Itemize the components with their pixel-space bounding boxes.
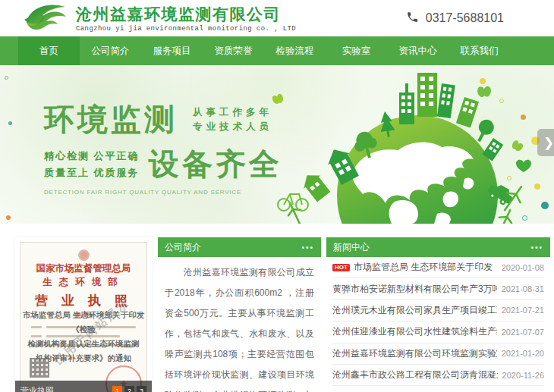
carousel-page-2[interactable]: 2	[124, 386, 134, 392]
license-issuer-line2: 生态环境部	[20, 276, 146, 289]
hero-banner: 环境监测 从事工作多年 专业技术人员 精心检测 公平正确 质量至上 优质服务 设…	[0, 65, 554, 224]
slogan-headline-1: 环境监测	[44, 99, 178, 140]
news-list: HOT 市场监管总局 生态环境部关于印发《检验... 2020-01-08 黄骅…	[326, 257, 550, 386]
about-title: 公司简介	[165, 241, 301, 254]
slogan-sub-2-line1: 精心检测 公平正确	[44, 148, 140, 165]
brand-block: 沧州益嘉环境监测有限公司 Cangzhou yi jia environment…	[76, 5, 296, 33]
news-item-title: 沧州璞元木业有限公司家具生产项目竣工环境保...	[332, 304, 497, 317]
news-item-date: 2021-07-21	[502, 306, 544, 315]
decor-dot	[541, 202, 549, 209]
nav-item-honors[interactable]: 资质荣誉	[203, 36, 264, 65]
slogan-sub-1: 从事工作多年 专业技术人员	[193, 105, 272, 134]
news-item[interactable]: 沧州璞元木业有限公司家具生产项目竣工环境保... 2021-07-21	[332, 300, 544, 321]
phone-icon	[406, 11, 419, 27]
about-text: 沧州益嘉环境监测有限公司成立于2018年，办公面积600m2 ，注册资金500万…	[158, 257, 321, 392]
news-item-date: 2021-01-20	[502, 349, 544, 358]
nav-item-process[interactable]: 检验流程	[264, 36, 326, 65]
carousel-page-3[interactable]: 3	[137, 386, 146, 392]
national-emblem-icon	[78, 249, 90, 261]
decor-dot	[521, 114, 526, 120]
slogan-sub-2: 精心检测 公平正确 质量至上 优质服务	[44, 148, 140, 181]
decor-dot	[8, 121, 12, 125]
news-section: 新闻中心 ••• HOT 市场监管总局 生态环境部关于印发《检验... 2020…	[326, 237, 550, 392]
news-item-date: 2021-07-07	[502, 328, 544, 337]
news-item-date: 2020-11-26	[502, 371, 544, 380]
content-area: 国家市场监督管理总局 生态环境部 营 业 执 照 (副 本) 市场监管总局 生态…	[15, 237, 550, 392]
decor-dot	[507, 176, 512, 180]
main-nav: 首页 公司简介 服务项目 资质荣誉 检验流程 实验室 资讯中心 联系我们	[0, 36, 554, 65]
news-item[interactable]: 黄骅市柏安诺新型材料有限公司年产3万吨砂浆... 2021-08-31	[332, 278, 544, 299]
qr-code-icon	[30, 358, 49, 378]
news-item-date: 2021-08-31	[502, 284, 544, 293]
about-header: 公司简介 •••	[158, 237, 321, 257]
leaf-swoosh-icon	[21, 1, 70, 36]
slogan-sub-2-line2: 质量至上 优质服务	[44, 165, 140, 181]
nav-item-news[interactable]: 资讯中心	[387, 36, 449, 65]
news-item[interactable]: HOT 市场监管总局 生态环境部关于印发《检验... 2020-01-08	[332, 257, 544, 278]
slogan-sub-1-line1: 从事工作多年	[193, 105, 272, 120]
page: 沧州益嘉环境监测有限公司 Cangzhou yi jia environment…	[0, 0, 554, 392]
banner-next-button[interactable]: ❯	[537, 129, 554, 156]
decor-dot	[499, 99, 504, 103]
news-item-title: 沧州鑫丰市政公路工程有限公司沥青混凝土生产...	[332, 368, 498, 381]
news-item[interactable]: 沧州益嘉环境监测有限公司环境监测实验室建设... 2021-01-20	[332, 343, 544, 365]
news-item-title: 黄骅市柏安诺新型材料有限公司年产3万吨砂浆...	[332, 283, 497, 296]
news-item-title: 沧州益嘉环境监测有限公司环境监测实验室建设...	[332, 347, 497, 360]
decor-dot	[480, 78, 486, 84]
news-item-title: 沧州佳迎漆业有限公司水性建筑涂料生产线技术...	[332, 325, 497, 338]
eco-globe-illustration	[266, 65, 554, 224]
license-issuer-line1: 国家市场监督管理总局	[20, 262, 146, 275]
hot-badge: HOT	[332, 264, 350, 271]
banner-slogan: 环境监测 从事工作多年 专业技术人员 精心检测 公平正确 质量至上 优质服务 设…	[44, 99, 282, 196]
nav-item-lab[interactable]: 实验室	[326, 36, 387, 65]
news-more-link[interactable]: •••	[530, 243, 543, 252]
license-carousel: 国家市场监督管理总局 生态环境部 营 业 执 照 (副 本) 市场监管总局 生态…	[15, 237, 152, 392]
chevron-right-icon: ❯	[543, 135, 554, 151]
about-section: 公司简介 ••• 沧州益嘉环境监测有限公司成立于2018年，办公面积600m2 …	[158, 237, 321, 392]
carousel-caption: 营业执照	[20, 385, 110, 392]
about-more-link[interactable]: •••	[301, 243, 314, 252]
slogan-tagline-en: DETECTION FAIR RIGHT QUALITY QUALITY AND…	[44, 189, 282, 196]
carousel-page-1[interactable]: 1	[112, 386, 122, 392]
company-name-en: Cangzhou yi jia environmental monitoring…	[76, 25, 296, 33]
nav-item-services[interactable]: 服务项目	[141, 36, 203, 65]
decor-dot	[6, 215, 11, 220]
business-license-slide[interactable]: 国家市场监督管理总局 生态环境部 营 业 执 照 (副 本) 市场监管总局 生态…	[20, 242, 147, 392]
slogan-headline-2: 设备齐全	[149, 143, 282, 185]
nav-item-home[interactable]: 首页	[18, 36, 80, 65]
news-header: 新闻中心 •••	[326, 237, 550, 257]
company-logo[interactable]	[21, 2, 71, 35]
news-item-title: 市场监管总局 生态环境部关于印发《检验...	[354, 261, 497, 274]
decor-dot	[534, 183, 540, 190]
nav-item-contact[interactable]: 联系我们	[449, 36, 510, 65]
company-name: 沧州益嘉环境监测有限公司	[76, 5, 296, 24]
slogan-sub-1-line2: 专业技术人员	[193, 120, 272, 134]
news-item-date: 2020-01-08	[502, 263, 544, 272]
phone-number: 0317-5688101	[426, 11, 504, 25]
news-item[interactable]: 沧州鑫丰市政公路工程有限公司沥青混凝土生产... 2020-11-26	[332, 365, 544, 386]
carousel-caption-bar: 营业执照 1 2 3	[15, 381, 152, 392]
news-title: 新闻中心	[333, 241, 530, 254]
decor-dot	[522, 215, 527, 221]
header-phone: 0317-5688101	[406, 11, 504, 27]
site-header: 沧州益嘉环境监测有限公司 Cangzhou yi jia environment…	[0, 0, 554, 36]
nav-item-about[interactable]: 公司简介	[80, 36, 141, 65]
news-item[interactable]: 沧州佳迎漆业有限公司水性建筑涂料生产线技术... 2021-07-07	[332, 321, 544, 343]
decor-dot	[5, 76, 8, 80]
